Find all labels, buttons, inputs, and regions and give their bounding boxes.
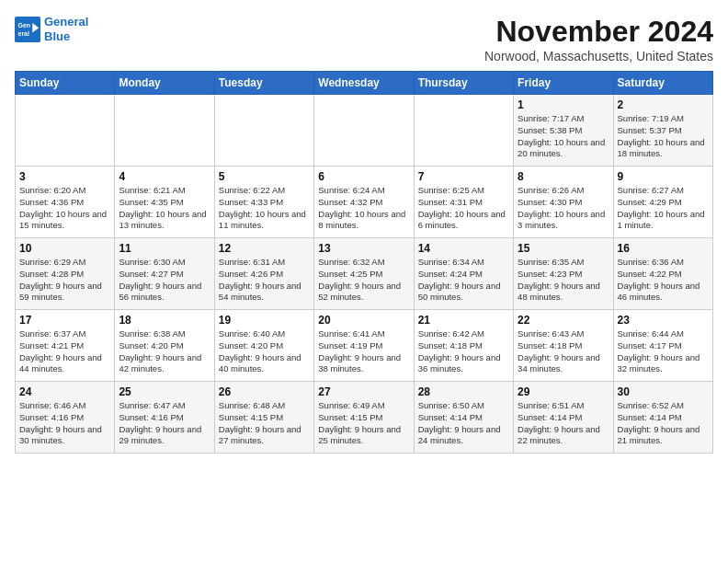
day-number: 2 (618, 98, 709, 111)
logo-text: General Blue (44, 15, 88, 43)
calendar-cell: 16Sunrise: 6:36 AM Sunset: 4:22 PM Dayli… (613, 238, 712, 310)
day-number: 11 (119, 242, 210, 255)
day-number: 28 (418, 385, 509, 398)
day-number: 10 (19, 242, 110, 255)
day-number: 27 (318, 385, 409, 398)
calendar-cell (314, 95, 414, 167)
day-info: Sunrise: 6:35 AM Sunset: 4:23 PM Dayligh… (518, 257, 609, 304)
day-info: Sunrise: 6:38 AM Sunset: 4:20 PM Dayligh… (119, 328, 210, 375)
calendar-cell: 12Sunrise: 6:31 AM Sunset: 4:26 PM Dayli… (214, 238, 313, 310)
calendar-cell: 9Sunrise: 6:27 AM Sunset: 4:29 PM Daylig… (613, 167, 712, 238)
day-number: 8 (518, 170, 609, 183)
svg-text:Gen: Gen (18, 22, 31, 29)
day-number: 1 (518, 98, 609, 111)
calendar-cell: 15Sunrise: 6:35 AM Sunset: 4:23 PM Dayli… (514, 238, 613, 310)
day-number: 16 (618, 242, 709, 255)
calendar-cell (115, 95, 214, 167)
day-info: Sunrise: 6:41 AM Sunset: 4:19 PM Dayligh… (318, 328, 409, 375)
calendar-cell: 6Sunrise: 6:24 AM Sunset: 4:32 PM Daylig… (314, 167, 414, 238)
day-header-thursday: Thursday (414, 72, 513, 95)
calendar-cell: 5Sunrise: 6:22 AM Sunset: 4:33 PM Daylig… (214, 167, 313, 238)
day-number: 18 (119, 314, 210, 327)
calendar-week-row: 1Sunrise: 7:17 AM Sunset: 5:38 PM Daylig… (16, 95, 713, 167)
calendar-cell: 30Sunrise: 6:52 AM Sunset: 4:14 PM Dayli… (613, 382, 712, 454)
calendar-cell: 25Sunrise: 6:47 AM Sunset: 4:16 PM Dayli… (115, 382, 214, 454)
calendar-header-row: SundayMondayTuesdayWednesdayThursdayFrid… (16, 72, 713, 95)
calendar-cell: 28Sunrise: 6:50 AM Sunset: 4:14 PM Dayli… (414, 382, 513, 454)
calendar-cell: 8Sunrise: 6:26 AM Sunset: 4:30 PM Daylig… (514, 167, 613, 238)
day-info: Sunrise: 6:50 AM Sunset: 4:14 PM Dayligh… (418, 400, 509, 447)
day-info: Sunrise: 6:31 AM Sunset: 4:26 PM Dayligh… (219, 257, 310, 304)
calendar-cell: 23Sunrise: 6:44 AM Sunset: 4:17 PM Dayli… (613, 310, 712, 382)
day-number: 17 (19, 314, 110, 327)
calendar-week-row: 10Sunrise: 6:29 AM Sunset: 4:28 PM Dayli… (16, 238, 713, 310)
day-info: Sunrise: 6:42 AM Sunset: 4:18 PM Dayligh… (418, 328, 509, 375)
day-number: 23 (618, 314, 709, 327)
calendar-cell: 24Sunrise: 6:46 AM Sunset: 4:16 PM Dayli… (16, 382, 115, 454)
day-info: Sunrise: 7:17 AM Sunset: 5:38 PM Dayligh… (518, 113, 609, 160)
calendar-cell: 4Sunrise: 6:21 AM Sunset: 4:35 PM Daylig… (115, 167, 214, 238)
day-header-sunday: Sunday (16, 72, 115, 95)
day-number: 4 (119, 170, 210, 183)
day-number: 22 (518, 314, 609, 327)
day-info: Sunrise: 6:20 AM Sunset: 4:36 PM Dayligh… (19, 185, 110, 232)
day-number: 9 (618, 170, 709, 183)
calendar-cell: 21Sunrise: 6:42 AM Sunset: 4:18 PM Dayli… (414, 310, 513, 382)
calendar-cell: 10Sunrise: 6:29 AM Sunset: 4:28 PM Dayli… (16, 238, 115, 310)
day-number: 15 (518, 242, 609, 255)
day-info: Sunrise: 6:48 AM Sunset: 4:15 PM Dayligh… (219, 400, 310, 447)
calendar-cell: 11Sunrise: 6:30 AM Sunset: 4:27 PM Dayli… (115, 238, 214, 310)
logo: Gen eral General Blue (15, 15, 88, 43)
day-info: Sunrise: 6:46 AM Sunset: 4:16 PM Dayligh… (19, 400, 110, 447)
day-number: 3 (19, 170, 110, 183)
day-number: 5 (219, 170, 310, 183)
month-title: November 2024 (484, 15, 713, 49)
day-number: 26 (219, 385, 310, 398)
day-header-friday: Friday (514, 72, 613, 95)
calendar-week-row: 3Sunrise: 6:20 AM Sunset: 4:36 PM Daylig… (16, 167, 713, 238)
day-info: Sunrise: 7:19 AM Sunset: 5:37 PM Dayligh… (618, 113, 709, 160)
calendar-table: SundayMondayTuesdayWednesdayThursdayFrid… (15, 71, 713, 454)
day-info: Sunrise: 6:47 AM Sunset: 4:16 PM Dayligh… (119, 400, 210, 447)
day-number: 25 (119, 385, 210, 398)
day-info: Sunrise: 6:25 AM Sunset: 4:31 PM Dayligh… (418, 185, 509, 232)
calendar-cell: 18Sunrise: 6:38 AM Sunset: 4:20 PM Dayli… (115, 310, 214, 382)
day-number: 14 (418, 242, 509, 255)
day-info: Sunrise: 6:22 AM Sunset: 4:33 PM Dayligh… (219, 185, 310, 232)
day-number: 24 (19, 385, 110, 398)
day-info: Sunrise: 6:44 AM Sunset: 4:17 PM Dayligh… (618, 328, 709, 375)
calendar-cell (414, 95, 513, 167)
calendar-cell: 2Sunrise: 7:19 AM Sunset: 5:37 PM Daylig… (613, 95, 712, 167)
day-info: Sunrise: 6:30 AM Sunset: 4:27 PM Dayligh… (119, 257, 210, 304)
day-number: 13 (318, 242, 409, 255)
day-header-tuesday: Tuesday (214, 72, 313, 95)
day-info: Sunrise: 6:52 AM Sunset: 4:14 PM Dayligh… (618, 400, 709, 447)
calendar-cell: 17Sunrise: 6:37 AM Sunset: 4:21 PM Dayli… (16, 310, 115, 382)
calendar-cell: 13Sunrise: 6:32 AM Sunset: 4:25 PM Dayli… (314, 238, 414, 310)
day-info: Sunrise: 6:34 AM Sunset: 4:24 PM Dayligh… (418, 257, 509, 304)
day-header-saturday: Saturday (613, 72, 712, 95)
day-info: Sunrise: 6:27 AM Sunset: 4:29 PM Dayligh… (618, 185, 709, 232)
calendar-cell: 3Sunrise: 6:20 AM Sunset: 4:36 PM Daylig… (16, 167, 115, 238)
day-info: Sunrise: 6:40 AM Sunset: 4:20 PM Dayligh… (219, 328, 310, 375)
day-number: 12 (219, 242, 310, 255)
day-info: Sunrise: 6:24 AM Sunset: 4:32 PM Dayligh… (318, 185, 409, 232)
day-header-monday: Monday (115, 72, 214, 95)
day-info: Sunrise: 6:29 AM Sunset: 4:28 PM Dayligh… (19, 257, 110, 304)
day-header-wednesday: Wednesday (314, 72, 414, 95)
logo-icon: Gen eral (15, 17, 40, 42)
calendar-cell: 22Sunrise: 6:43 AM Sunset: 4:18 PM Dayli… (514, 310, 613, 382)
calendar-cell: 14Sunrise: 6:34 AM Sunset: 4:24 PM Dayli… (414, 238, 513, 310)
day-number: 7 (418, 170, 509, 183)
calendar-week-row: 17Sunrise: 6:37 AM Sunset: 4:21 PM Dayli… (16, 310, 713, 382)
calendar-cell: 29Sunrise: 6:51 AM Sunset: 4:14 PM Dayli… (514, 382, 613, 454)
day-number: 30 (618, 385, 709, 398)
calendar-cell: 26Sunrise: 6:48 AM Sunset: 4:15 PM Dayli… (214, 382, 313, 454)
calendar-cell: 1Sunrise: 7:17 AM Sunset: 5:38 PM Daylig… (514, 95, 613, 167)
day-info: Sunrise: 6:37 AM Sunset: 4:21 PM Dayligh… (19, 328, 110, 375)
location-title: Norwood, Massachusetts, United States (484, 49, 713, 63)
day-info: Sunrise: 6:21 AM Sunset: 4:35 PM Dayligh… (119, 185, 210, 232)
day-number: 21 (418, 314, 509, 327)
page-header: Gen eral General Blue November 2024 Norw… (15, 15, 713, 63)
calendar-cell: 27Sunrise: 6:49 AM Sunset: 4:15 PM Dayli… (314, 382, 414, 454)
